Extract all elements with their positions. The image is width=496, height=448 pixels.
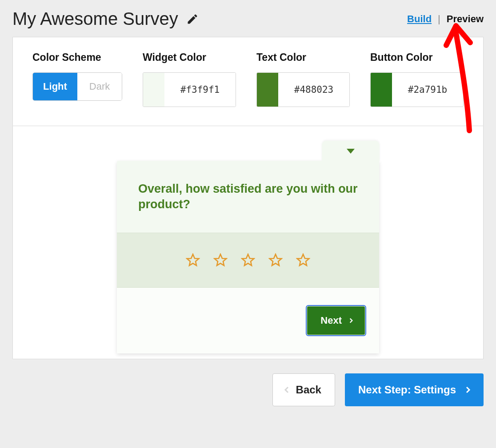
star-1-icon[interactable] xyxy=(186,253,200,267)
back-label: Back xyxy=(296,384,321,396)
tab-preview[interactable]: Preview xyxy=(447,13,484,25)
header-bar: My Awesome Survey Build | Preview xyxy=(12,9,484,29)
text-color-label: Text Color xyxy=(256,52,350,63)
widget-color-label: Widget Color xyxy=(143,52,236,63)
svg-marker-4 xyxy=(297,254,309,266)
text-color-swatch[interactable] xyxy=(257,73,278,107)
chevron-left-icon xyxy=(283,386,291,394)
rating-stars xyxy=(117,233,379,288)
color-scheme-toggle: Light Dark xyxy=(32,72,122,101)
survey-next-label: Next xyxy=(320,315,342,326)
button-color-picker[interactable]: #2a791b xyxy=(370,72,464,107)
caret-down-icon xyxy=(347,149,355,154)
widget-color-hex[interactable]: #f3f9f1 xyxy=(164,73,236,107)
tab-build[interactable]: Build xyxy=(407,13,432,25)
widget-color-swatch[interactable] xyxy=(143,73,164,107)
survey-widget: Overall, how satisfied are you with our … xyxy=(117,161,379,353)
svg-marker-3 xyxy=(270,254,282,266)
svg-marker-1 xyxy=(215,254,227,266)
text-color-hex[interactable]: #488023 xyxy=(278,73,349,107)
star-4-icon[interactable] xyxy=(268,253,283,267)
back-button[interactable]: Back xyxy=(272,373,335,406)
button-color-label: Button Color xyxy=(370,52,464,63)
star-3-icon[interactable] xyxy=(241,253,255,267)
star-2-icon[interactable] xyxy=(213,253,228,267)
survey-collapse-tab[interactable] xyxy=(322,141,380,161)
widget-color-picker[interactable]: #f3f9f1 xyxy=(143,72,236,107)
text-color-picker[interactable]: #488023 xyxy=(256,72,350,107)
button-color-block: Button Color #2a791b xyxy=(370,52,464,107)
survey-next-button[interactable]: Next xyxy=(307,306,365,335)
next-step-button[interactable]: Next Step: Settings xyxy=(345,373,484,406)
svg-marker-0 xyxy=(187,254,199,266)
survey-question: Overall, how satisfied are you with our … xyxy=(117,161,379,233)
button-color-swatch[interactable] xyxy=(371,73,392,107)
widget-color-block: Widget Color #f3f9f1 xyxy=(143,52,236,107)
svg-marker-2 xyxy=(242,254,254,266)
next-step-label: Next Step: Settings xyxy=(358,384,456,396)
chevron-right-icon xyxy=(348,317,354,324)
button-color-hex[interactable]: #2a791b xyxy=(392,73,463,107)
text-color-block: Text Color #488023 xyxy=(256,52,350,107)
star-5-icon[interactable] xyxy=(296,253,310,267)
color-scheme-label: Color Scheme xyxy=(32,52,122,63)
wizard-nav: Back Next Step: Settings xyxy=(12,359,484,410)
scheme-dark-option[interactable]: Dark xyxy=(77,73,122,100)
survey-title: My Awesome Survey xyxy=(12,9,178,29)
scheme-light-option[interactable]: Light xyxy=(33,73,77,100)
chevron-right-icon xyxy=(464,386,472,394)
style-config-panel: Color Scheme Light Dark Widget Color #f3… xyxy=(12,37,484,126)
preview-panel: Overall, how satisfied are you with our … xyxy=(12,126,484,359)
survey-footer: Next xyxy=(117,288,379,353)
edit-icon[interactable] xyxy=(186,13,199,25)
color-scheme-block: Color Scheme Light Dark xyxy=(32,52,122,101)
tab-separator: | xyxy=(438,13,440,25)
